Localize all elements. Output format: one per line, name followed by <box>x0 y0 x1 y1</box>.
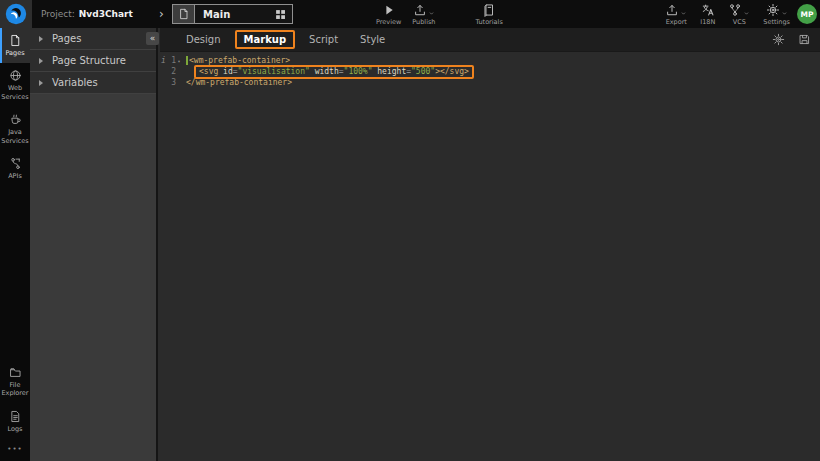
i18n-button[interactable]: I18N <box>700 2 715 26</box>
panel-section-label: Variables <box>52 77 98 88</box>
vcs-button[interactable]: VCS <box>728 2 750 26</box>
settings-button[interactable]: Settings <box>763 2 790 26</box>
code-line-text[interactable]: </wm-prefab-container> <box>182 78 292 87</box>
folder-icon <box>9 366 22 379</box>
grid-icon[interactable] <box>274 8 287 21</box>
project-title: Project: Nvd3Chart <box>41 0 133 28</box>
code-token: width <box>315 67 339 76</box>
rail-item-label: Logs <box>8 425 23 433</box>
api-icon <box>9 157 22 170</box>
save-icon <box>798 33 811 46</box>
wavemaker-logo-icon <box>5 3 27 25</box>
action-icon-row <box>728 2 750 17</box>
publish-icon <box>413 3 427 17</box>
export-button[interactable]: Export <box>665 2 687 26</box>
action-label: Publish <box>412 18 435 26</box>
tab-markup[interactable]: Markup <box>235 30 296 49</box>
logs-icon <box>9 410 22 423</box>
export-icon <box>665 3 679 17</box>
publish-button[interactable]: Publish <box>412 2 435 26</box>
left-icon-rail: PagesWeb ServicesJava ServicesAPIsFile E… <box>0 28 30 461</box>
action-label: I18N <box>700 18 715 26</box>
page-tab-label: Main <box>195 9 274 20</box>
chevron-right-icon: › <box>159 6 164 22</box>
code-token: id <box>223 67 233 76</box>
rail-item-label: APIs <box>8 172 22 180</box>
top-bar: Project: Nvd3Chart › Main PreviewPublish… <box>0 0 820 28</box>
avatar[interactable]: MP <box>797 4 817 24</box>
action-icon-row <box>482 2 496 17</box>
code-line[interactable]: 3</wm-prefab-container> <box>160 77 820 88</box>
left-panel: PagesPage StructureVariables <box>30 28 158 461</box>
code-line-text[interactable]: <svg id="visualisation" width="100%" hei… <box>182 65 474 79</box>
action-label: Tutorials <box>475 18 502 26</box>
panel-section-page-structure[interactable]: Page Structure <box>30 50 156 72</box>
save-button[interactable] <box>798 33 811 46</box>
sidebar-item-apis[interactable]: APIs <box>0 151 30 186</box>
rail-item-label: Pages <box>5 49 24 57</box>
project-label: Project: <box>41 9 75 19</box>
line-number: 1 <box>167 56 176 65</box>
action-icon-row <box>701 2 715 17</box>
panel-collapse-button[interactable]: « <box>146 32 159 45</box>
editor-region: DesignMarkupScriptStyle i1▾<wm-prefab-co… <box>160 28 820 461</box>
gutter[interactable]: 3 <box>160 78 182 87</box>
triangle-right-icon <box>39 58 43 64</box>
chevron-down-icon <box>743 10 750 17</box>
rail-item-label: Java Services <box>1 128 29 145</box>
gear-icon <box>772 33 785 46</box>
tab-style[interactable]: Style <box>349 30 396 49</box>
code-editor[interactable]: i1▾<wm-prefab-container>2<svg id="visual… <box>160 52 820 88</box>
code-token: "100%" <box>344 67 373 76</box>
code-token: <svg <box>199 67 218 76</box>
editor-settings-button[interactable] <box>772 33 785 46</box>
gear-icon <box>766 3 780 17</box>
chevron-down-icon <box>680 10 687 17</box>
preview-button[interactable]: Preview <box>376 2 401 26</box>
globe-icon <box>9 69 22 82</box>
code-line[interactable]: 2<svg id="visualisation" width="100%" he… <box>160 66 820 77</box>
code-token: height <box>377 67 406 76</box>
action-icon-row <box>413 2 435 17</box>
sidebar-item-java-services[interactable]: Java Services <box>0 107 30 151</box>
gutter[interactable]: 2 <box>160 67 182 76</box>
chevron-down-icon <box>781 10 788 17</box>
action-label: Preview <box>376 18 401 26</box>
panel-section-label: Page Structure <box>52 55 126 66</box>
tutorials-button[interactable]: Tutorials <box>475 2 502 26</box>
topbar-right-actions: ExportI18NVCSSettings <box>665 2 790 26</box>
rail-item-label: Web Services <box>1 84 29 101</box>
coffee-icon <box>9 113 22 126</box>
sidebar-item-logs[interactable]: Logs <box>0 404 30 439</box>
panel-section-label: Pages <box>52 33 81 44</box>
annotation-highlight-box: <svg id="visualisation" width="100%" hei… <box>194 65 474 79</box>
sidebar-item-pages[interactable]: Pages <box>0 28 30 63</box>
action-label: Settings <box>763 18 790 26</box>
page-tab-main[interactable]: Main <box>172 4 293 24</box>
triangle-right-icon <box>39 36 43 42</box>
page-file-icon[interactable] <box>173 5 195 23</box>
panel-section-pages[interactable]: Pages <box>30 28 156 50</box>
action-label: VCS <box>733 18 746 26</box>
wavemaker-logo[interactable] <box>0 0 32 28</box>
action-icon-row <box>382 2 396 17</box>
action-label: Export <box>666 18 687 26</box>
code-token: </svg> <box>440 67 469 76</box>
project-name: Nvd3Chart <box>79 9 133 19</box>
tab-script[interactable]: Script <box>298 30 349 49</box>
vcs-icon <box>728 3 742 17</box>
tutorials-icon <box>482 3 496 17</box>
editor-toolbar <box>772 33 811 46</box>
gutter[interactable]: i1▾ <box>160 56 182 65</box>
tab-design[interactable]: Design <box>175 30 232 49</box>
code-token: </wm-prefab-container> <box>186 78 292 87</box>
line-number: 3 <box>167 78 176 87</box>
action-icon-row <box>766 2 788 17</box>
code-token: "visualisation" <box>238 67 310 76</box>
more-options-button[interactable]: ••• <box>0 439 30 461</box>
sidebar-item-file-explorer[interactable]: File Explorer <box>0 360 30 404</box>
code-token: "500" <box>411 67 435 76</box>
panel-section-variables[interactable]: Variables <box>30 72 156 94</box>
rail-item-label: File Explorer <box>1 381 29 398</box>
sidebar-item-web-services[interactable]: Web Services <box>0 63 30 107</box>
